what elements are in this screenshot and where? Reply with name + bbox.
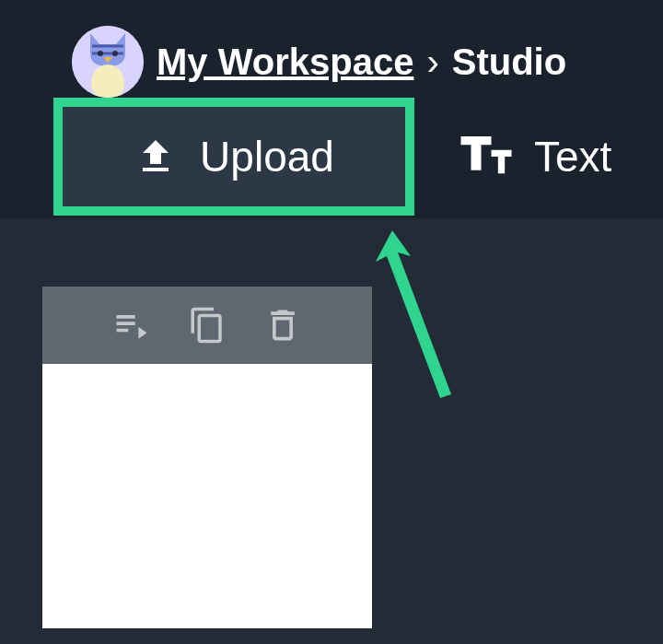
- workspace-area: [0, 218, 663, 628]
- breadcrumb-current: Studio: [452, 41, 566, 83]
- text-tab[interactable]: Text: [460, 132, 611, 181]
- trash-icon[interactable]: [261, 303, 305, 347]
- top-bar: My Workspace › Studio Upload Text: [0, 0, 663, 218]
- tabs-row: Upload Text: [53, 98, 611, 216]
- workspace-link[interactable]: My Workspace: [157, 41, 413, 83]
- upload-icon: [134, 135, 178, 179]
- upload-button[interactable]: Upload: [53, 98, 414, 216]
- playlist-icon[interactable]: [110, 303, 154, 347]
- upload-label: Upload: [200, 132, 334, 181]
- card-body[interactable]: [42, 364, 372, 628]
- canvas-card[interactable]: [42, 287, 372, 628]
- avatar[interactable]: [72, 26, 144, 98]
- breadcrumb: My Workspace › Studio: [72, 26, 566, 98]
- text-icon: [460, 136, 512, 177]
- svg-point-2: [112, 51, 118, 56]
- copy-icon[interactable]: [185, 303, 229, 347]
- breadcrumb-separator: ›: [426, 41, 438, 83]
- svg-point-1: [98, 51, 103, 56]
- card-toolbar: [42, 287, 372, 364]
- text-label: Text: [534, 132, 611, 181]
